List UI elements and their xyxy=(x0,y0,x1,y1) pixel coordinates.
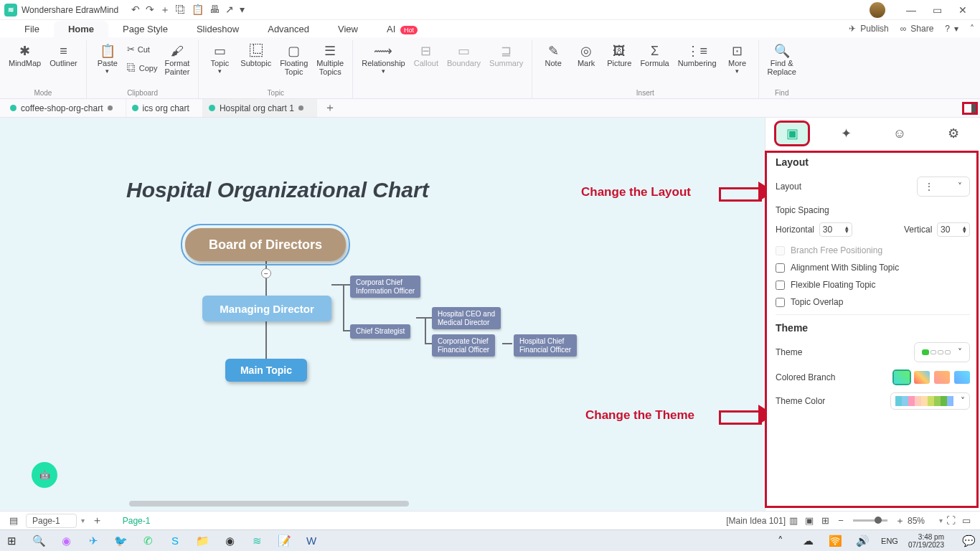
chatbot-button[interactable]: 🤖 xyxy=(32,462,57,488)
theme-color-selector[interactable]: ˅ xyxy=(890,392,970,410)
taskbar-chrome-icon[interactable]: ◉ xyxy=(221,532,238,550)
mark-button[interactable]: ◎Mark xyxy=(570,40,603,75)
node-cio[interactable]: Corporat ChiefInformation Officer xyxy=(350,276,420,298)
menu-home[interactable]: Home xyxy=(54,21,108,37)
relationship-button[interactable]: ⟿Relationship▾ xyxy=(357,40,410,75)
taskbar-app-1[interactable]: ◉ xyxy=(57,532,75,550)
canvas[interactable]: Hospital Organizational Chart − Board of… xyxy=(0,118,765,511)
cb-alignment-sibling[interactable]: Alignment With Sibling Topic xyxy=(776,263,970,273)
menu-page-style[interactable]: Page Style xyxy=(108,21,182,37)
side-tab-icons[interactable]: ☺ xyxy=(884,123,915,144)
qat-paste-icon[interactable]: 📋 xyxy=(192,4,204,17)
zoom-in-button[interactable]: ＋ xyxy=(892,514,908,527)
view-icon-2[interactable]: ▣ xyxy=(801,515,817,526)
taskbar-notepad-icon[interactable]: 📝 xyxy=(275,532,293,550)
qat-plus-icon[interactable]: ＋ xyxy=(160,4,170,17)
doc-tab-coffee[interactable]: coffee-shop-org-chart xyxy=(4,99,126,117)
subtopic-button[interactable]: ⿺Subtopic xyxy=(236,40,275,76)
redo-icon[interactable]: ↷ xyxy=(146,4,154,17)
add-page-button[interactable]: ＋ xyxy=(85,514,110,527)
node-managing-director[interactable]: Managing Director xyxy=(202,296,331,321)
cb-topic-overlap[interactable]: Topic Overlap xyxy=(776,297,970,307)
share-button[interactable]: ∞Share xyxy=(895,24,940,34)
search-taskbar-icon[interactable]: 🔍 xyxy=(30,532,47,550)
zoom-value[interactable]: 85% xyxy=(908,516,939,526)
floating-topic-button[interactable]: ▢FloatingTopic xyxy=(275,40,312,76)
zoom-out-button[interactable]: − xyxy=(833,515,849,526)
menu-view[interactable]: View xyxy=(324,21,372,37)
node-hospital-cfo[interactable]: Hospital ChiefFinancial Officer xyxy=(514,334,577,357)
window-maximize-button[interactable]: ▭ xyxy=(924,4,950,16)
side-tab-settings[interactable]: ⚙ xyxy=(938,123,969,144)
collapse-toggle[interactable]: − xyxy=(261,268,271,278)
doc-tab-hospital[interactable]: Hospital org chart 1 xyxy=(203,99,317,117)
chart-title[interactable]: Hospital Organizational Chart xyxy=(126,178,429,202)
side-tab-style[interactable]: ✦ xyxy=(830,123,862,144)
collapse-ribbon-button[interactable]: ˄ xyxy=(964,24,980,34)
more-button[interactable]: ⊡More▾ xyxy=(721,40,754,75)
swatch-1[interactable] xyxy=(894,371,910,384)
view-icon-3[interactable]: ⊞ xyxy=(817,515,833,526)
taskbar-edrawmind-icon[interactable]: ≋ xyxy=(248,532,265,550)
stepper-icon[interactable]: ▴▾ xyxy=(845,226,849,234)
sidepanel-toggle-button[interactable] xyxy=(962,102,978,115)
publish-button[interactable]: ✈Publish xyxy=(843,24,894,34)
theme-selector[interactable]: ˅ xyxy=(914,342,970,362)
taskbar-word-icon[interactable]: W xyxy=(303,532,320,550)
tray-notifications-icon[interactable]: 💬 xyxy=(960,532,977,550)
node-ceo[interactable]: Hospital CEO andMedical Director xyxy=(432,307,501,329)
help-button[interactable]: ?▾ xyxy=(939,24,964,34)
menu-ai[interactable]: AI Hot xyxy=(372,21,432,37)
tray-volume-icon[interactable]: 🔊 xyxy=(854,532,871,550)
qat-copy-icon[interactable]: ⿻ xyxy=(176,4,186,17)
node-root[interactable]: Board of Directors xyxy=(185,228,346,261)
tray-cloud-icon[interactable]: ☁ xyxy=(799,532,816,550)
cb-flexible-floating[interactable]: Flexible Floating Topic xyxy=(776,280,970,290)
colored-branch-swatches[interactable] xyxy=(894,371,970,384)
node-cfo[interactable]: Corporate ChiefFinancial Officer xyxy=(432,334,495,357)
view-icon-1[interactable]: ▥ xyxy=(786,515,801,526)
avatar[interactable] xyxy=(870,2,885,18)
taskbar-skype-icon[interactable]: S xyxy=(166,532,184,550)
menu-slideshow[interactable]: Slideshow xyxy=(182,21,253,37)
tray-language[interactable]: ENG xyxy=(881,537,898,545)
swatch-2[interactable] xyxy=(914,371,930,384)
topic-button[interactable]: ▭Topic▾ xyxy=(203,40,236,76)
export-icon[interactable]: ↗ xyxy=(225,4,234,17)
page-selector[interactable]: Page-1 xyxy=(26,514,77,528)
picture-button[interactable]: 🖼Picture xyxy=(603,40,636,75)
tray-chevron-icon[interactable]: ˄ xyxy=(772,532,789,550)
numbering-button[interactable]: ⋮≡Numbering xyxy=(674,40,721,75)
vertical-input[interactable]: 30▴▾ xyxy=(937,222,970,237)
swatch-4[interactable] xyxy=(954,371,970,384)
format-painter-button[interactable]: 🖌FormatPainter xyxy=(160,40,194,77)
taskbar-twitter-icon[interactable]: 🐦 xyxy=(112,532,129,550)
tray-wifi-icon[interactable]: 🛜 xyxy=(826,532,844,550)
multiple-topics-button[interactable]: ☰MultipleTopics xyxy=(312,40,348,76)
start-button[interactable]: ⊞ xyxy=(3,532,20,550)
node-strategist[interactable]: Chief Strategist xyxy=(350,324,410,339)
paste-button[interactable]: 📋Paste▾ xyxy=(91,40,124,77)
fullscreen-icon[interactable]: ⛶ xyxy=(943,515,958,526)
menu-file[interactable]: File xyxy=(10,21,54,37)
zoom-slider[interactable] xyxy=(853,519,887,522)
layout-selector[interactable]: ⋮˅ xyxy=(917,176,970,197)
find-replace-button[interactable]: 🔍Find &Replace xyxy=(763,40,801,76)
doc-tab-ics[interactable]: ics org chart xyxy=(126,99,203,117)
mindmap-button[interactable]: ✱MindMap xyxy=(4,40,45,67)
node-main-topic[interactable]: Main Topic xyxy=(225,359,307,382)
taskbar-telegram-icon[interactable]: ✈ xyxy=(85,532,102,550)
side-tab-layout[interactable]: ▣ xyxy=(776,123,808,144)
cut-button[interactable]: ✂Cut xyxy=(124,40,161,59)
formula-button[interactable]: ΣFormula xyxy=(636,40,673,75)
copy-button[interactable]: ⿻Copy xyxy=(124,59,161,77)
window-close-button[interactable]: ✕ xyxy=(950,4,976,16)
current-page-label[interactable]: Page-1 xyxy=(123,516,151,526)
new-tab-button[interactable]: ＋ xyxy=(317,100,343,116)
taskbar-explorer-icon[interactable]: 📁 xyxy=(194,532,211,550)
tray-clock[interactable]: 3:48 pm07/19/2023 xyxy=(908,533,950,549)
undo-icon[interactable]: ↶ xyxy=(131,4,140,17)
outline-view-icon[interactable]: ▤ xyxy=(6,515,22,526)
swatch-3[interactable] xyxy=(934,371,950,384)
menu-advanced[interactable]: Advanced xyxy=(253,21,324,37)
